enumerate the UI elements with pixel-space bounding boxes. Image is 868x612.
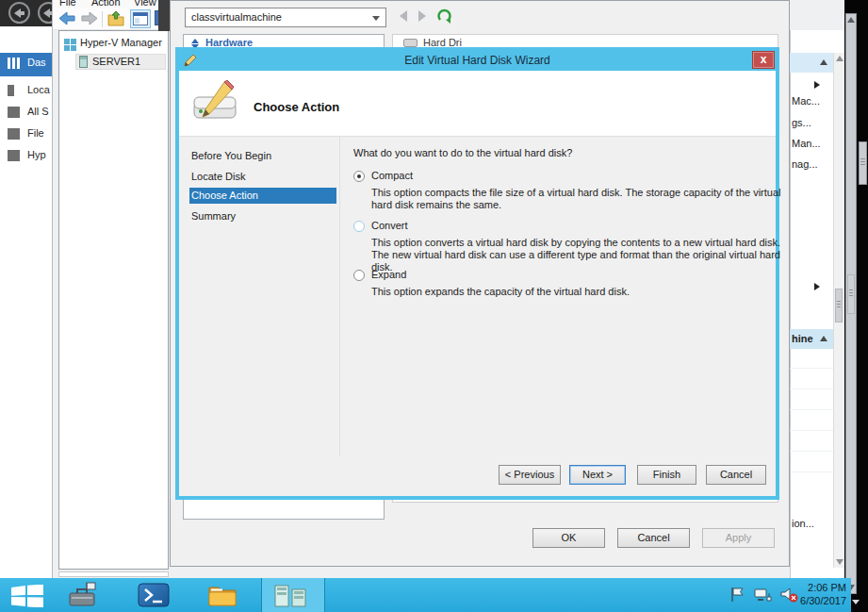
sidebar-item-all-servers[interactable]: All S bbox=[0, 102, 54, 123]
taskbar-hyperv-manager-icon[interactable] bbox=[273, 582, 313, 608]
show-hidden-icons-icon[interactable] bbox=[852, 600, 860, 604]
step-choose-action[interactable]: Choose Action bbox=[189, 188, 336, 204]
sidebar-item-dashboard[interactable]: Das bbox=[0, 53, 54, 76]
toolbar-separator bbox=[102, 11, 103, 27]
menu-file[interactable]: File bbox=[59, 0, 76, 8]
vm-selector-value: classvirtualmachine bbox=[191, 11, 282, 23]
step-locate-disk[interactable]: Locate Disk bbox=[189, 169, 336, 185]
expand-description: This option expands the capacity of the … bbox=[371, 286, 786, 298]
taskbar-powershell-icon[interactable] bbox=[138, 582, 170, 608]
server-manager-sidebar: Das Loca All S File Hyp bbox=[0, 26, 54, 578]
compact-description: This option compacts the file size of a … bbox=[371, 187, 786, 211]
sidebar-item-label: Loca bbox=[27, 84, 50, 95]
sidebar-item-file-storage[interactable]: File bbox=[0, 124, 54, 144]
wizard-question: What do you want to do to the virtual ha… bbox=[353, 147, 572, 158]
step-before-you-begin[interactable]: Before You Begin bbox=[189, 148, 336, 164]
section-header-label: hine bbox=[792, 333, 813, 344]
page-title: Choose Action bbox=[254, 100, 339, 114]
menu-bar: File Action View bbox=[53, 0, 175, 8]
sidebar-item-hyperv[interactable]: Hyp bbox=[0, 145, 54, 166]
prev-page-icon[interactable] bbox=[400, 10, 407, 22]
action-item[interactable]: gs... bbox=[792, 117, 833, 130]
forward-arrow-icon[interactable] bbox=[80, 11, 98, 25]
radio-compact-label[interactable]: Compact bbox=[371, 170, 413, 181]
outer-scrollbar[interactable] bbox=[845, 13, 857, 594]
tray-network-icon[interactable] bbox=[754, 587, 773, 603]
file-storage-icon bbox=[8, 128, 20, 140]
screen: Das Loca All S File Hyp File Action View bbox=[0, 0, 868, 612]
actions-section-header[interactable] bbox=[790, 53, 833, 73]
scroll-thumb[interactable] bbox=[847, 274, 855, 314]
taskbar-server-manager-icon[interactable] bbox=[66, 582, 98, 608]
console-tree-panel bbox=[58, 30, 169, 570]
taskbar-file-explorer-icon[interactable] bbox=[207, 582, 239, 608]
taskbar bbox=[0, 578, 851, 612]
action-item[interactable]: Man... bbox=[792, 138, 833, 151]
wizard-header: Choose Action bbox=[179, 71, 776, 137]
collapse-icon bbox=[820, 336, 827, 341]
wizard-cancel-button[interactable]: Cancel bbox=[706, 465, 766, 485]
all-servers-icon bbox=[8, 107, 20, 118]
server-icon bbox=[79, 56, 88, 68]
scroll-down-icon[interactable] bbox=[836, 559, 843, 565]
scroll-up-icon[interactable] bbox=[847, 17, 855, 23]
actions-scrollbar[interactable] bbox=[833, 53, 844, 568]
next-button[interactable]: Next > bbox=[569, 465, 626, 485]
scroll-up-icon[interactable] bbox=[836, 56, 843, 61]
hard-drive-icon bbox=[403, 39, 418, 47]
disk-pencil-icon bbox=[192, 80, 241, 125]
convert-description: This option converts a virtual hard disk… bbox=[371, 237, 786, 273]
sidebar-item-local-server[interactable]: Loca bbox=[0, 80, 54, 101]
finish-button[interactable]: Finish bbox=[637, 465, 696, 485]
radio-expand-label[interactable]: Expand bbox=[371, 269, 406, 280]
hyperv-role-icon bbox=[8, 150, 20, 161]
radio-expand[interactable] bbox=[353, 270, 365, 281]
sidebar-item-label: File bbox=[27, 127, 44, 139]
close-icon[interactable]: x bbox=[752, 51, 775, 69]
step-summary[interactable]: Summary bbox=[189, 208, 336, 224]
local-server-icon bbox=[8, 85, 14, 96]
vm-selector-dropdown[interactable]: classvirtualmachine bbox=[185, 8, 386, 27]
submenu-arrow-icon[interactable] bbox=[814, 81, 820, 89]
edit-vhd-wizard: Edit Virtual Hard Disk Wizard x Choose A… bbox=[175, 47, 779, 500]
action-item[interactable]: nag... bbox=[792, 158, 833, 172]
radio-compact[interactable] bbox=[353, 171, 365, 182]
dashboard-icon bbox=[8, 58, 20, 69]
menu-action[interactable]: Action bbox=[91, 0, 121, 8]
console-window-icon bbox=[133, 12, 148, 25]
tree-item-server1[interactable]: SERVER1 bbox=[92, 56, 140, 67]
back-arrow-icon[interactable] bbox=[58, 11, 76, 25]
radio-convert-label[interactable]: Convert bbox=[371, 220, 408, 231]
console-window-button[interactable] bbox=[130, 9, 151, 28]
export-folder-icon[interactable] bbox=[107, 10, 124, 26]
taskbar-clock-time[interactable]: 2:06 PM bbox=[780, 582, 846, 594]
sidebar-item-label: All S bbox=[27, 106, 49, 117]
refresh-icon[interactable] bbox=[436, 8, 453, 25]
scroll-thumb[interactable] bbox=[835, 289, 843, 323]
sidebar-item-label: Hyp bbox=[27, 149, 46, 160]
chevron-down-icon bbox=[372, 16, 380, 21]
back-icon[interactable] bbox=[8, 2, 30, 24]
cancel-button[interactable]: Cancel bbox=[617, 528, 690, 548]
sidebar-item-label: Das bbox=[27, 57, 46, 68]
divider bbox=[339, 137, 340, 456]
submenu-arrow-icon[interactable] bbox=[814, 283, 820, 290]
start-button-icon[interactable] bbox=[11, 585, 45, 607]
tree-root[interactable]: Hyper-V Manager bbox=[80, 37, 162, 48]
radio-convert[interactable] bbox=[353, 221, 365, 232]
previous-button[interactable]: < Previous bbox=[499, 465, 561, 485]
hyperv-manager-icon bbox=[64, 39, 70, 44]
collapse-icon bbox=[820, 59, 827, 65]
wizard-title: Edit Virtual Hard Disk Wizard bbox=[179, 54, 776, 67]
console-scrollbar[interactable] bbox=[859, 141, 867, 185]
ok-button[interactable]: OK bbox=[532, 528, 605, 548]
next-page-icon[interactable] bbox=[418, 10, 426, 22]
menu-view[interactable]: View bbox=[134, 0, 156, 8]
taskbar-clock-date[interactable]: 6/30/2017 bbox=[780, 595, 846, 607]
action-item[interactable]: Mac... bbox=[792, 95, 833, 108]
action-item[interactable]: ion... bbox=[792, 518, 833, 531]
actions-vm-section-header[interactable]: hine bbox=[790, 329, 833, 349]
statusbar bbox=[58, 571, 169, 577]
wizard-titlebar: Edit Virtual Hard Disk Wizard x bbox=[179, 51, 776, 71]
tray-flag-icon[interactable] bbox=[729, 587, 746, 603]
